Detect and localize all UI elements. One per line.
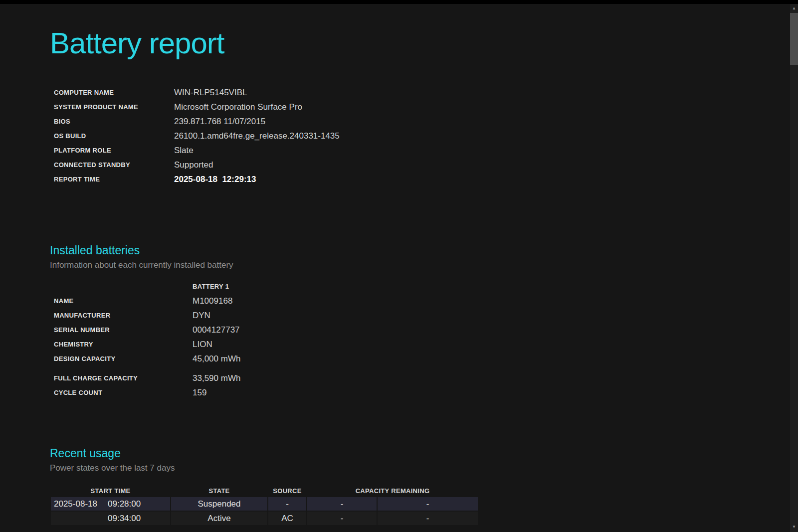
report-content: Battery report COMPUTER NAME WIN-RLP5145… (0, 0, 798, 526)
usage-table-row: 09:34:00 Active AC - - (51, 512, 478, 525)
info-row-connected-standby: CONNECTED STANDBY Supported (50, 158, 798, 172)
info-label: COMPUTER NAME (50, 89, 170, 96)
column-header-start-time: START TIME (51, 485, 170, 496)
info-label: OS BUILD (50, 132, 170, 140)
battery-row-serial-number: SERIAL NUMBER 0004127737 (50, 323, 798, 337)
info-value: 2025-08-18 12:29:13 (170, 175, 256, 184)
info-label: MANUFACTURER (50, 312, 189, 319)
section-title-installed-batteries: Installed batteries (50, 244, 798, 257)
info-value: LION (189, 340, 212, 350)
info-value: 33,590 mWh (189, 373, 240, 383)
info-row-os-build: OS BUILD 26100.1.amd64fre.ge_release.240… (50, 129, 798, 143)
cell-time: 09:34:00 (108, 514, 141, 523)
usage-table-row: 2025-08-1809:28:00 Suspended - - - (51, 497, 478, 511)
info-label: CONNECTED STANDBY (50, 161, 170, 169)
info-value: 159 (189, 388, 206, 398)
scroll-up-button[interactable]: ▲ (790, 4, 798, 12)
info-label: SERIAL NUMBER (50, 326, 189, 334)
info-value: WIN-RLP5145VIBL (170, 88, 247, 98)
usage-header-row: START TIME STATE SOURCE CAPACITY REMAINI… (51, 485, 478, 496)
info-label: BIOS (50, 118, 170, 125)
recent-usage-table: START TIME STATE SOURCE CAPACITY REMAINI… (50, 484, 479, 526)
info-value: Slate (170, 146, 194, 156)
cell-state: Suspended (171, 497, 267, 511)
info-value: 239.871.768 11/07/2015 (170, 117, 265, 127)
vertical-scrollbar[interactable]: ▲ ▼ (790, 4, 798, 532)
battery-row-name: NAME M1009168 (50, 294, 798, 308)
info-label: REPORT TIME (50, 176, 170, 183)
recent-usage-section: Recent usage Power states over the last … (50, 447, 798, 526)
info-value: Microsoft Corporation Surface Pro (170, 102, 302, 112)
scroll-thumb[interactable] (790, 13, 798, 65)
cell-date: 2025-08-18 (54, 499, 108, 509)
info-row-platform-role: PLATFORM ROLE Slate (50, 143, 798, 158)
column-header-capacity-remaining: CAPACITY REMAINING (307, 485, 478, 496)
section-title-recent-usage: Recent usage (50, 447, 798, 460)
system-info-section: COMPUTER NAME WIN-RLP5145VIBL SYSTEM PRO… (50, 85, 798, 186)
cell-state: Active (171, 512, 267, 525)
column-header-state: STATE (171, 485, 267, 496)
info-value: 26100.1.amd64fre.ge_release.240331-1435 (170, 131, 340, 141)
battery-info-table: BATTERY 1 NAME M1009168 MANUFACTURER DYN… (50, 279, 798, 400)
top-strip (0, 0, 798, 4)
info-label: CYCLE COUNT (50, 389, 189, 396)
cell-start-time: 09:34:00 (51, 512, 170, 525)
cell-capacity-percent: - (307, 497, 377, 511)
cell-capacity-percent: - (307, 512, 377, 525)
battery-column-header: BATTERY 1 (189, 283, 229, 290)
info-label: DESIGN CAPACITY (50, 355, 189, 362)
cell-source: - (268, 497, 306, 511)
info-row-report-time: REPORT TIME 2025-08-18 12:29:13 (50, 172, 798, 186)
column-header-source: SOURCE (268, 485, 306, 496)
info-label: PLATFORM ROLE (50, 147, 170, 154)
cell-capacity-mwh: - (378, 512, 478, 525)
info-label: NAME (50, 297, 189, 305)
recent-usage-subtitle: Power states over the last 7 days (50, 463, 798, 473)
info-row-system-product-name: SYSTEM PRODUCT NAME Microsoft Corporatio… (50, 100, 798, 114)
cell-capacity-mwh: - (378, 497, 478, 511)
installed-batteries-subtitle: Information about each currently install… (50, 260, 798, 270)
battery-report-page: { "page": { "title": "Battery report" },… (0, 0, 798, 532)
info-value: Supported (170, 160, 213, 170)
page-title: Battery report (50, 26, 798, 60)
battery-row-cycle-count: CYCLE COUNT 159 (50, 385, 798, 400)
scroll-down-button[interactable]: ▼ (790, 523, 798, 531)
battery-header-row: BATTERY 1 (50, 279, 798, 294)
battery-row-full-charge-capacity: FULL CHARGE CAPACITY 33,590 mWh (50, 371, 798, 385)
battery-row-manufacturer: MANUFACTURER DYN (50, 308, 798, 323)
battery-row-design-capacity: DESIGN CAPACITY 45,000 mWh (50, 352, 798, 366)
info-value: 45,000 mWh (189, 354, 240, 364)
info-row-computer-name: COMPUTER NAME WIN-RLP5145VIBL (50, 85, 798, 100)
cell-start-time: 2025-08-1809:28:00 (51, 497, 170, 511)
info-label: CHEMISTRY (50, 341, 189, 348)
info-label: SYSTEM PRODUCT NAME (50, 103, 170, 111)
info-row-bios: BIOS 239.871.768 11/07/2015 (50, 114, 798, 129)
battery-row-chemistry: CHEMISTRY LION (50, 337, 798, 352)
installed-batteries-section: Installed batteries Information about ea… (50, 244, 798, 400)
info-value: DYN (189, 311, 210, 321)
info-value: M1009168 (189, 296, 232, 306)
cell-source: AC (268, 512, 306, 525)
info-value: 0004127737 (189, 325, 240, 335)
cell-time: 09:28:00 (108, 499, 141, 509)
info-label: FULL CHARGE CAPACITY (50, 374, 189, 382)
